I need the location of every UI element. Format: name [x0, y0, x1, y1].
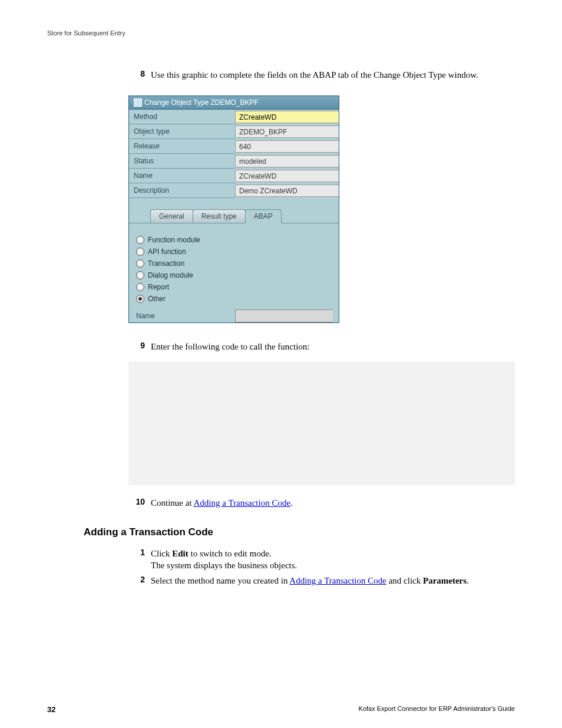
tab-abap[interactable]: ABAP — [245, 209, 282, 223]
step-8: 8 Use this graphic to complete the field… — [128, 69, 515, 81]
step-text: Use this graphic to complete the fields … — [151, 69, 515, 81]
running-header: Store for Subsequent Entry — [47, 29, 515, 37]
step-number: 9 — [128, 341, 151, 353]
step-number: 2 — [128, 575, 151, 587]
steps-block-b: 1 Click Edit to switch to edit mode. The… — [128, 548, 515, 587]
steps-block-a: 8 Use this graphic to complete the field… — [128, 69, 515, 509]
name-input[interactable] — [235, 309, 333, 322]
tab-general[interactable]: General — [150, 209, 193, 223]
name-label: Name — [135, 310, 235, 322]
radio-label: Other — [148, 295, 166, 303]
field-label: Name — [129, 169, 235, 183]
step-text: Enter the following code to call the fun… — [151, 341, 515, 353]
radio-icon — [136, 236, 144, 244]
window-icon — [134, 98, 142, 107]
field-label: Release — [129, 139, 235, 154]
radio-icon — [136, 271, 144, 279]
text: The system displays the business objects… — [151, 561, 297, 570]
step-9: 9 Enter the following code to call the f… — [128, 341, 515, 353]
radio-label: Report — [148, 283, 169, 291]
field-label: Object type — [129, 124, 235, 139]
field-label: Method — [129, 110, 235, 124]
radio-label: Transaction — [148, 259, 184, 268]
step-10: 10 Continue at Adding a Transaction Code… — [128, 497, 515, 509]
text: and click — [386, 576, 423, 585]
code-block-placeholder — [128, 361, 515, 485]
name-field[interactable]: ZCreateWD — [235, 170, 339, 182]
tab-resulttype[interactable]: Result type — [193, 209, 246, 223]
link-adding-transaction-code[interactable]: Adding a Transaction Code — [194, 498, 291, 508]
step-number: 1 — [128, 548, 151, 572]
sap-screenshot: Change Object Type ZDEMO_BKPF MethodZCre… — [128, 95, 515, 323]
radio-label: Function module — [148, 236, 200, 244]
field-label: Description — [129, 183, 235, 198]
text: Continue at — [151, 498, 194, 508]
method-field[interactable]: ZCreateWD — [235, 111, 339, 123]
objecttype-field[interactable]: ZDEMO_BKPF — [235, 126, 339, 138]
radio-icon — [136, 248, 144, 256]
footer-title: Kofax Export Connector for ERP Administr… — [359, 705, 515, 714]
sap-title-text: Change Object Type ZDEMO_BKPF — [144, 98, 259, 107]
release-field[interactable]: 640 — [235, 140, 339, 153]
step-number: 10 — [128, 497, 151, 509]
sap-form: MethodZCreateWD Object typeZDEMO_BKPF Re… — [129, 110, 339, 322]
page-number: 32 — [47, 705, 55, 714]
step-number: 8 — [128, 69, 151, 81]
radio-label: API function — [148, 248, 186, 256]
section-heading: Adding a Transaction Code — [84, 526, 515, 538]
radio-label: Dialog module — [148, 271, 193, 279]
step-text: Select the method name you created in Ad… — [151, 575, 515, 587]
text-bold: Parameters — [423, 576, 467, 585]
text-bold: Edit — [172, 549, 189, 558]
radio-api-function[interactable]: API function — [135, 246, 333, 258]
radio-icon — [136, 283, 144, 291]
step-text: Continue at Adding a Transaction Code. — [151, 497, 515, 509]
link-adding-transaction-code[interactable]: Adding a Transaction Code — [289, 576, 386, 585]
radio-function-module[interactable]: Function module — [135, 234, 333, 246]
status-field[interactable]: modeled — [235, 155, 339, 167]
page-footer: 32 Kofax Export Connector for ERP Admini… — [47, 705, 515, 714]
text: . — [290, 498, 293, 508]
step-b2: 2 Select the method name you created in … — [128, 575, 515, 587]
step-text: Click Edit to switch to edit mode. The s… — [151, 548, 515, 572]
description-field[interactable]: Demo ZCreateWD — [235, 185, 339, 197]
radio-dialog-module[interactable]: Dialog module — [135, 269, 333, 281]
radio-icon — [136, 259, 144, 268]
text: Click — [151, 549, 172, 558]
sap-window: Change Object Type ZDEMO_BKPF MethodZCre… — [128, 95, 339, 323]
sap-window-title: Change Object Type ZDEMO_BKPF — [129, 96, 339, 110]
text: . — [467, 576, 469, 585]
radio-icon — [136, 295, 144, 303]
text: to switch to edit mode. — [189, 549, 272, 558]
text: Select the method name you created in — [151, 576, 289, 585]
sap-tabstrip: General Result type ABAP — [150, 209, 339, 223]
radio-transaction[interactable]: Transaction — [135, 258, 333, 269]
step-b1: 1 Click Edit to switch to edit mode. The… — [128, 548, 515, 572]
field-label: Status — [129, 154, 235, 169]
radio-other[interactable]: Other — [135, 293, 333, 305]
radio-report[interactable]: Report — [135, 281, 333, 293]
tab-body: Function module API function Transaction… — [129, 223, 339, 322]
